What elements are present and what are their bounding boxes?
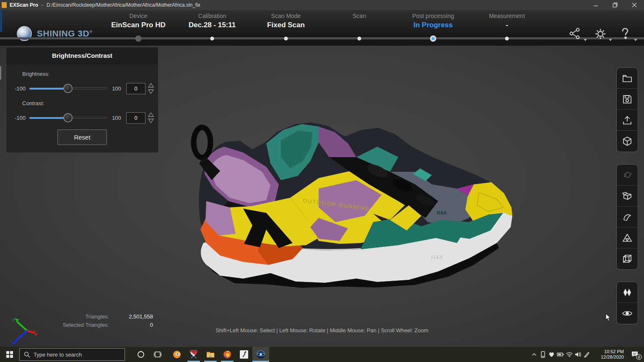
plane-cut-button[interactable]: [617, 165, 638, 186]
view-tool-group: [616, 282, 638, 324]
settings-button[interactable]: [593, 27, 608, 42]
cortana-icon: [137, 351, 145, 358]
open-folder-button[interactable]: [617, 68, 638, 89]
brightness-max-label: 100: [109, 85, 124, 92]
slider-fill: [29, 117, 68, 119]
task-view-button[interactable]: [149, 347, 166, 362]
help-button[interactable]: [618, 27, 634, 42]
minimize-icon: [593, 3, 598, 8]
simplify-button[interactable]: [617, 228, 638, 248]
curved-surface-icon: [622, 212, 633, 222]
exscan-app-button[interactable]: [252, 347, 269, 362]
phone-icon: [540, 351, 546, 358]
search-icon: [24, 352, 30, 358]
tray-volume-button[interactable]: [574, 347, 582, 362]
battery-icon: [557, 352, 564, 357]
save-icon: [622, 94, 633, 105]
open-box-button[interactable]: [617, 186, 638, 207]
cortana-button[interactable]: [132, 347, 149, 362]
settings-gear-icon: [593, 27, 608, 41]
mirror-button[interactable]: [617, 282, 638, 303]
brightness-slider-handle[interactable]: [63, 84, 73, 93]
progress-dot-device: [135, 36, 142, 42]
brightness-row: -100 100: [12, 83, 155, 94]
export-icon: [622, 115, 633, 126]
axis-z-label: z: [11, 339, 13, 342]
task-view-icon: [154, 351, 161, 358]
tray-chevron-button[interactable]: [530, 347, 538, 362]
edit-tool-group: [616, 164, 638, 270]
nested-triangle-icon: [622, 233, 633, 243]
restore-button[interactable]: [605, 0, 625, 10]
title-separator: -: [42, 2, 43, 8]
progress-dot-scan-mode: [284, 37, 288, 41]
progress-dot-post-processing: [430, 36, 436, 42]
window-file-path: D:/Einscan/Rockdeep/MotherAfrica/MotherA…: [47, 2, 200, 8]
panel-collapse-handle[interactable]: [0, 66, 1, 80]
file-explorer-button[interactable]: [202, 347, 219, 362]
tray-pen-button[interactable]: [582, 347, 591, 362]
registered-mark: ®: [89, 30, 92, 34]
zbrush-button[interactable]: [236, 347, 252, 362]
workflow-progress-line: [0, 37, 644, 39]
eye-icon: [622, 308, 633, 319]
file-tool-group: [616, 67, 638, 152]
contrast-spinner[interactable]: [147, 111, 155, 124]
progress-dot-calibration: [210, 37, 214, 41]
contrast-label: Contrast:: [22, 100, 44, 106]
axis-y-label: y: [13, 318, 14, 321]
brightness-contrast-panel: Brightness/Contrast Brightness: -100 100…: [6, 47, 158, 153]
exscan-icon: [256, 349, 266, 359]
triangles-value: 2,501,558: [113, 313, 153, 320]
reset-button[interactable]: Reset: [57, 129, 107, 145]
firefox-button[interactable]: [219, 347, 236, 362]
share-button[interactable]: [568, 27, 583, 42]
clock-date: 12/28/2020: [595, 354, 624, 360]
close-button[interactable]: [625, 0, 644, 10]
shoe-brand-text: RAX: [437, 210, 447, 215]
brightness-spinner[interactable]: [147, 82, 155, 95]
panel-title: Brightness/Contrast: [52, 52, 112, 59]
chevron-up-icon: [532, 352, 537, 357]
slider-fill: [29, 88, 68, 90]
brightness-slider[interactable]: [29, 83, 107, 93]
tray-battery-button[interactable]: [556, 347, 565, 362]
settings-caret-icon: [609, 39, 612, 41]
start-button[interactable]: [0, 347, 19, 362]
surface-button[interactable]: [617, 207, 638, 228]
scanned-shoe-model[interactable]: OUTDOOR RUNNING RAX FLEX: [180, 117, 524, 293]
title-bar: EXScan Pro - D:/Einscan/Rockdeep/MotherA…: [0, 0, 644, 10]
export-button[interactable]: [617, 110, 638, 131]
contrast-slider-handle[interactable]: [63, 113, 73, 122]
heart-icon: [548, 352, 555, 357]
wireframe-cube-icon: [622, 253, 633, 264]
brightness-min-label: -100: [12, 85, 29, 92]
model-cube-button[interactable]: [617, 131, 638, 152]
mesh-stats: Triangles: 2,501,558 Selected Triangles:…: [40, 313, 153, 328]
notification-badge: 2: [636, 354, 642, 360]
tray-wifi-button[interactable]: [565, 347, 574, 362]
contrast-slider[interactable]: [29, 113, 107, 123]
visibility-button[interactable]: [617, 303, 638, 324]
3d-viewport[interactable]: OUTDOOR RUNNING RAX FLEX Brightness/Cont…: [0, 46, 644, 347]
tray-app-button[interactable]: [547, 347, 556, 362]
brightness-value-input[interactable]: [126, 83, 145, 94]
fan-scan-icon: [189, 350, 198, 359]
minimize-button[interactable]: [586, 0, 605, 10]
taskbar-clock[interactable]: 10:52 PM 12/28/2020: [595, 349, 624, 360]
blender-app-button[interactable]: [169, 347, 185, 362]
notification-center-button[interactable]: 2: [626, 347, 644, 362]
close-icon: [632, 3, 637, 8]
save-button[interactable]: [617, 89, 638, 110]
bounding-box-button[interactable]: [617, 248, 638, 269]
search-input[interactable]: [34, 352, 113, 358]
fan-scan-app-button[interactable]: [185, 347, 202, 362]
help-icon: [618, 27, 632, 40]
open-box-icon: [622, 191, 633, 202]
step-measurement[interactable]: Measurement -: [461, 13, 553, 29]
contrast-value-input[interactable]: [126, 112, 145, 124]
panel-header: Brightness/Contrast: [6, 47, 158, 64]
firefox-icon: [223, 350, 232, 359]
tray-phone-button[interactable]: [538, 347, 547, 362]
taskbar-search[interactable]: [19, 348, 125, 361]
